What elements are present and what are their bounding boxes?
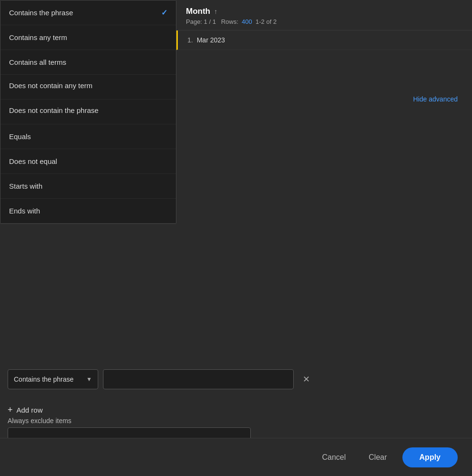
- dropdown-item-starts-with[interactable]: Starts with: [0, 174, 176, 199]
- result-row: 1. Mar 2023: [176, 30, 472, 50]
- dropdown-item-contains-all[interactable]: Contains all terms: [0, 50, 176, 75]
- page-info: Page: 1 / 1: [186, 18, 216, 25]
- column-name: Month: [186, 7, 210, 16]
- dropdown-item-label: Contains any term: [9, 33, 67, 41]
- dropdown-item-not-equal[interactable]: Does not equal: [0, 149, 176, 174]
- close-icon: ✕: [303, 374, 310, 385]
- results-meta: Page: 1 / 1 Rows: 400 1-2 of 2: [186, 18, 462, 25]
- exclude-label: Always exclude items: [8, 417, 464, 425]
- row-count: 400: [242, 18, 252, 25]
- plus-icon: +: [8, 405, 13, 415]
- dropdown-item-label: Contains the phrase: [9, 9, 73, 17]
- dropdown-item-contains-any[interactable]: Contains any term: [0, 25, 176, 50]
- dropdown-item-label: Does not contain the phrase: [9, 106, 99, 114]
- dropdown-item-label: Does not equal: [9, 157, 57, 165]
- dropdown-item-label: Ends with: [9, 207, 40, 215]
- dropdown-item-label: Contains all terms: [9, 58, 66, 66]
- dropdown-item-contains-phrase[interactable]: Contains the phrase ✓: [0, 0, 176, 25]
- dropdown-item-label: Equals: [9, 132, 31, 141]
- action-bar: Cancel Clear Apply: [0, 438, 472, 476]
- filter-type-label: Contains the phrase: [14, 375, 73, 383]
- dropdown-item-equals[interactable]: Equals: [0, 124, 176, 149]
- dropdown-item-not-contain-any[interactable]: Does not contain any term: [0, 75, 176, 100]
- dropdown-item-ends-with[interactable]: Ends with: [0, 199, 176, 223]
- chevron-down-icon: ▼: [86, 376, 92, 383]
- results-column-title: Month ↑: [186, 7, 462, 16]
- results-panel: Month ↑ Page: 1 / 1 Rows: 400 1-2 of 2 1…: [176, 0, 472, 476]
- hide-advanced-link[interactable]: Hide advanced: [413, 95, 458, 103]
- cancel-button[interactable]: Cancel: [315, 448, 354, 466]
- dropdown-item-label: Starts with: [9, 182, 42, 190]
- add-row-section[interactable]: + Add row: [8, 405, 43, 415]
- add-row-label: Add row: [17, 406, 43, 414]
- filter-type-trigger[interactable]: Contains the phrase ▼: [8, 369, 98, 389]
- row-value: Mar 2023: [197, 36, 225, 44]
- dropdown-item-label: Does not contain any term: [9, 81, 92, 90]
- filter-value-input[interactable]: [103, 369, 294, 389]
- selected-checkmark: ✓: [161, 8, 167, 17]
- results-list: 1. Mar 2023: [176, 30, 472, 50]
- apply-button[interactable]: Apply: [402, 447, 458, 467]
- filter-clear-button[interactable]: ✕: [298, 372, 314, 387]
- results-header: Month ↑ Page: 1 / 1 Rows: 400 1-2 of 2: [176, 0, 472, 30]
- filter-bar: Contains the phrase ▼ ✕: [0, 364, 472, 395]
- clear-button[interactable]: Clear: [361, 448, 394, 466]
- filter-type-dropdown: Contains the phrase ✓ Contains any term …: [0, 0, 176, 224]
- row-range: 1-2 of 2: [256, 18, 277, 25]
- row-number: 1.: [187, 36, 193, 44]
- dropdown-item-not-contain-phrase[interactable]: Does not contain the phrase: [0, 100, 176, 124]
- sort-icon: ↑: [214, 8, 217, 15]
- rows-label: Rows:: [221, 18, 238, 25]
